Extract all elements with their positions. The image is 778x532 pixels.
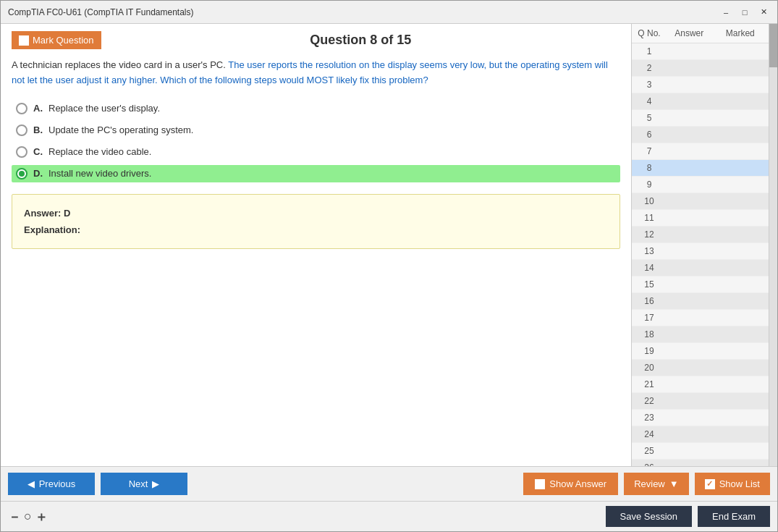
show-list-button[interactable]: ✓ Show List [695, 473, 770, 495]
option-c-label: C. [33, 146, 43, 157]
save-session-button[interactable]: Save Session [606, 506, 693, 527]
q-row-answer-21 [664, 378, 715, 391]
question-list-header: Q No. Answer Marked [632, 24, 769, 43]
question-list-row-19[interactable]: 19 [632, 343, 769, 360]
option-c[interactable]: C. Replace the video cable. [12, 143, 620, 161]
q-row-marked-4 [715, 95, 766, 108]
review-button[interactable]: Review ▼ [624, 473, 689, 495]
question-list-row-20[interactable]: 20 [632, 360, 769, 376]
session-controls: Save Session End Exam [606, 506, 770, 527]
question-list-row-22[interactable]: 22 [632, 393, 769, 410]
q-row-marked-9 [715, 178, 766, 191]
q-row-answer-23 [664, 411, 715, 424]
option-b-text: Update the PC's operating system. [48, 124, 193, 135]
question-list-row-8[interactable]: 8 [632, 160, 769, 177]
answer-box: Answer: D Explanation: [12, 194, 620, 250]
next-button[interactable]: Next ▶ [101, 473, 187, 495]
q-row-answer-20 [664, 361, 715, 374]
maximize-button[interactable]: □ [738, 6, 751, 19]
q-row-num-17: 17 [635, 311, 664, 324]
scrollbar-track[interactable] [769, 24, 777, 466]
minimize-button[interactable]: – [719, 6, 732, 19]
q-row-marked-6 [715, 128, 766, 141]
option-a-radio[interactable] [16, 103, 28, 114]
question-list-row-5[interactable]: 5 [632, 110, 769, 127]
question-list-row-24[interactable]: 24 [632, 426, 769, 443]
option-a-text: Replace the user's display. [48, 103, 160, 114]
question-list-row-11[interactable]: 11 [632, 210, 769, 227]
q-row-answer-3 [664, 78, 715, 91]
question-list-row-3[interactable]: 3 [632, 77, 769, 93]
question-list-row-12[interactable]: 12 [632, 227, 769, 243]
end-exam-button[interactable]: End Exam [698, 506, 770, 527]
show-answer-icon [535, 479, 545, 489]
question-list-row-16[interactable]: 16 [632, 293, 769, 310]
question-list-row-18[interactable]: 18 [632, 326, 769, 343]
q-row-marked-26 [715, 461, 766, 466]
question-list-row-1[interactable]: 1 [632, 43, 769, 60]
show-answer-button[interactable]: Show Answer [523, 473, 618, 495]
q-row-num-19: 19 [635, 345, 664, 358]
q-row-answer-1 [664, 45, 715, 58]
zoom-out-icon: － [8, 510, 21, 524]
zoom-out-button[interactable]: － [8, 508, 21, 525]
q-row-marked-10 [715, 195, 766, 208]
question-title: Question 8 of 15 [101, 33, 620, 48]
window-title: CompTIA FC0-U61 (CompTIA IT Fundamentals… [8, 7, 194, 17]
option-a[interactable]: A. Replace the user's display. [12, 100, 620, 117]
option-d[interactable]: D. Install new video drivers. [12, 165, 620, 182]
previous-button[interactable]: ◀ Previous [8, 473, 95, 495]
show-list-label: Show List [719, 478, 760, 489]
zoom-in-icon: ＋ [35, 510, 48, 524]
question-list-row-23[interactable]: 23 [632, 410, 769, 426]
q-row-answer-26 [664, 461, 715, 466]
option-b[interactable]: B. Update the PC's operating system. [12, 122, 620, 139]
question-list-row-25[interactable]: 25 [632, 443, 769, 460]
q-row-num-26: 26 [635, 461, 664, 466]
q-row-marked-5 [715, 111, 766, 124]
prev-arrow-icon: ◀ [28, 478, 35, 489]
q-row-marked-17 [715, 311, 766, 324]
question-list-row-14[interactable]: 14 [632, 260, 769, 276]
q-row-num-4: 4 [635, 95, 664, 108]
question-list-row-21[interactable]: 21 [632, 376, 769, 393]
q-row-num-24: 24 [635, 428, 664, 441]
q-row-answer-8 [664, 161, 715, 174]
option-b-radio[interactable] [16, 124, 28, 136]
app-window: CompTIA FC0-U61 (CompTIA IT Fundamentals… [0, 0, 778, 532]
mark-question-button[interactable]: Mark Question [12, 31, 101, 49]
question-list-row-26[interactable]: 26 [632, 460, 769, 466]
q-row-marked-1 [715, 45, 766, 58]
left-panel: Mark Question Question 8 of 15 A technic… [1, 24, 631, 466]
q-row-answer-19 [664, 345, 715, 358]
question-list-row-9[interactable]: 9 [632, 177, 769, 193]
question-list-row-10[interactable]: 10 [632, 193, 769, 210]
close-button[interactable]: ✕ [757, 6, 770, 19]
q-row-marked-16 [715, 295, 766, 308]
question-list-row-4[interactable]: 4 [632, 93, 769, 110]
question-list-row-2[interactable]: 2 [632, 60, 769, 77]
mark-checkbox-icon [19, 35, 29, 46]
q-row-marked-20 [715, 361, 766, 374]
scrollbar-thumb[interactable] [769, 24, 777, 67]
q-row-marked-23 [715, 411, 766, 424]
question-text-highlight2: Which of the following steps would MOST … [158, 75, 428, 85]
question-list-row-7[interactable]: 7 [632, 143, 769, 160]
question-list-row-13[interactable]: 13 [632, 243, 769, 260]
q-row-answer-15 [664, 278, 715, 291]
question-list-row-17[interactable]: 17 [632, 310, 769, 326]
zoom-reset-button[interactable]: ○ [24, 509, 32, 524]
next-arrow-icon: ▶ [152, 478, 159, 489]
col-qno: Q No. [635, 28, 664, 38]
question-list-row-15[interactable]: 15 [632, 276, 769, 293]
q-row-num-8: 8 [635, 161, 664, 174]
question-list-row-6[interactable]: 6 [632, 127, 769, 143]
end-exam-label: End Exam [712, 511, 756, 522]
zoom-in-button[interactable]: ＋ [35, 508, 48, 525]
question-list[interactable]: 1234567891011121314151617181920212223242… [632, 43, 769, 466]
q-row-answer-12 [664, 228, 715, 241]
option-d-radio[interactable] [16, 168, 28, 180]
q-row-marked-25 [715, 444, 766, 457]
option-c-radio[interactable] [16, 146, 28, 158]
q-row-marked-8 [715, 161, 766, 174]
